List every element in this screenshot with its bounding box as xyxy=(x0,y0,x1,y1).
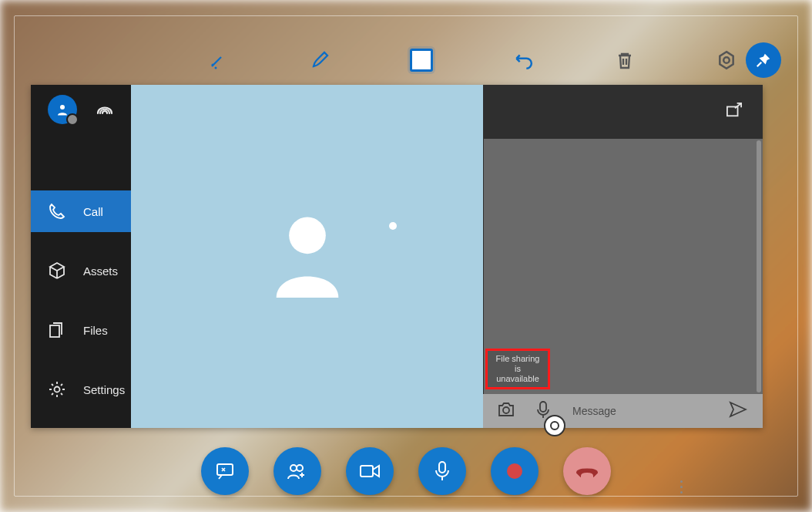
snip-tool-icon[interactable] xyxy=(200,42,236,78)
video-button[interactable] xyxy=(346,447,394,495)
chat-panel: File sharing is unavailable xyxy=(483,85,763,428)
sidebar-header xyxy=(31,85,131,133)
person-placeholder-icon xyxy=(273,213,342,301)
nav-label: Files xyxy=(83,324,108,337)
cursor-dot xyxy=(389,222,397,230)
svg-rect-8 xyxy=(727,106,738,116)
scrollbar[interactable] xyxy=(757,140,761,392)
pen-tool-icon[interactable] xyxy=(302,42,337,78)
svg-line-3 xyxy=(757,62,762,67)
sidebar-item-call[interactable]: Call xyxy=(31,190,131,232)
trash-tool-icon[interactable] xyxy=(607,42,643,78)
signal-icon[interactable] xyxy=(96,99,114,120)
message-input[interactable] xyxy=(571,404,709,418)
chat-input-row xyxy=(483,394,763,428)
record-button[interactable] xyxy=(491,447,539,495)
add-person-button[interactable] xyxy=(273,447,321,495)
svg-point-2 xyxy=(723,57,730,63)
nav-label: Settings xyxy=(83,383,125,396)
sidebar-item-assets[interactable]: Assets xyxy=(31,250,131,291)
end-call-button[interactable] xyxy=(563,447,611,495)
call-app-window: Call Assets Files Settings xyxy=(31,85,763,428)
pin-button[interactable] xyxy=(746,42,781,78)
shape-tool-icon[interactable] xyxy=(404,42,439,78)
tool-group xyxy=(200,42,744,78)
video-panel xyxy=(131,85,483,428)
sidebar-nav: Call Assets Files Settings xyxy=(31,190,131,428)
tooltip-line1: File sharing is xyxy=(496,354,540,373)
sidebar-item-settings[interactable]: Settings xyxy=(31,369,131,410)
svg-point-0 xyxy=(212,64,214,66)
undo-tool-icon[interactable] xyxy=(505,42,541,78)
svg-point-6 xyxy=(55,387,60,392)
chat-button[interactable] xyxy=(201,447,249,495)
svg-point-7 xyxy=(289,217,326,254)
svg-point-12 xyxy=(290,465,297,471)
sidebar: Call Assets Files Settings xyxy=(31,85,131,428)
svg-point-4 xyxy=(60,105,65,109)
svg-rect-15 xyxy=(439,462,445,473)
tooltip-line2: unavailable xyxy=(496,374,539,383)
nav-label: Call xyxy=(83,205,103,218)
annotation-toolbar xyxy=(31,42,781,78)
file-sharing-unavailable-tooltip: File sharing is unavailable xyxy=(485,349,550,389)
svg-point-1 xyxy=(215,67,217,69)
svg-rect-5 xyxy=(50,325,59,337)
svg-point-9 xyxy=(503,407,509,413)
presence-indicator xyxy=(66,113,79,126)
svg-rect-14 xyxy=(361,466,373,477)
send-icon[interactable] xyxy=(729,401,747,421)
recording-badge xyxy=(544,415,565,436)
sidebar-item-files[interactable]: Files xyxy=(31,309,131,351)
call-controls xyxy=(0,447,812,495)
overflow-menu-icon[interactable] xyxy=(680,480,683,493)
chat-message-list: File sharing is unavailable xyxy=(484,139,763,394)
chat-header xyxy=(483,85,763,139)
camera-icon[interactable] xyxy=(497,401,515,421)
svg-rect-10 xyxy=(540,402,546,412)
svg-rect-11 xyxy=(217,464,233,475)
nav-label: Assets xyxy=(83,264,118,278)
mic-button[interactable] xyxy=(418,447,466,495)
location-tool-icon[interactable] xyxy=(709,42,744,78)
user-avatar[interactable] xyxy=(48,95,77,124)
popout-icon[interactable] xyxy=(726,103,743,121)
svg-point-13 xyxy=(297,465,303,471)
